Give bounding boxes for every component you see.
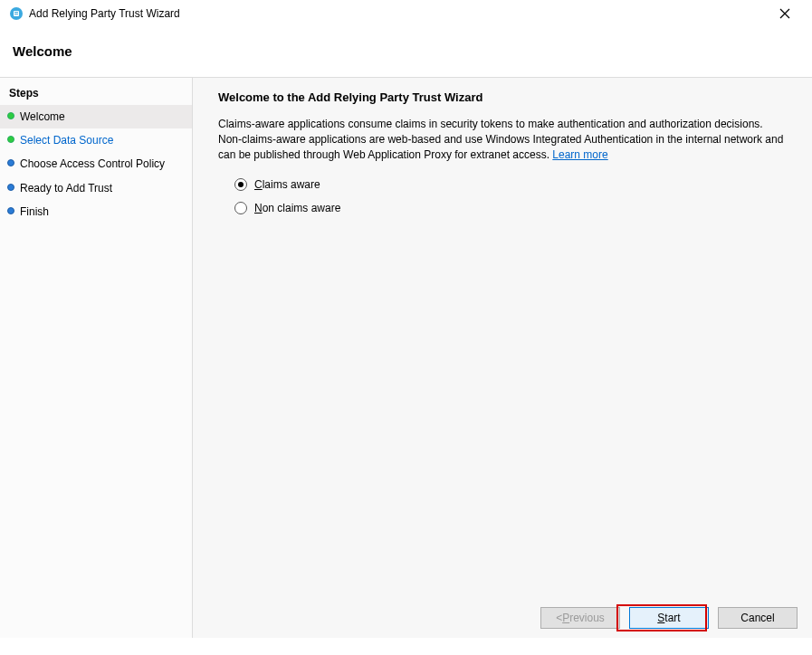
learn-more-link[interactable]: Learn more [552, 148, 607, 161]
claims-radio-group: Claims aware Non claims aware [218, 178, 787, 214]
bullet-icon [7, 159, 14, 166]
main-panel: Welcome to the Add Relying Party Trust W… [193, 78, 812, 638]
step-label: Choose Access Control Policy [20, 157, 165, 171]
wizard-body: Steps Welcome Select Data Source Choose … [0, 77, 812, 638]
svg-rect-2 [14, 12, 18, 13]
page-header: Welcome [0, 27, 812, 77]
step-label: Select Data Source [20, 133, 113, 147]
step-choose-access-control-policy[interactable]: Choose Access Control Policy [0, 152, 192, 176]
step-finish[interactable]: Finish [0, 200, 192, 223]
steps-sidebar: Steps Welcome Select Data Source Choose … [0, 78, 193, 638]
page-title: Welcome [13, 43, 799, 59]
bullet-icon [7, 112, 14, 119]
bullet-icon [7, 184, 14, 191]
radio-icon [234, 202, 247, 214]
steps-label: Steps [0, 83, 192, 105]
radio-claims-aware[interactable]: Claims aware [234, 178, 787, 191]
titlebar: Add Relying Party Trust Wizard [0, 0, 812, 27]
step-label: Finish [20, 204, 49, 219]
step-label: Ready to Add Trust [20, 181, 112, 195]
step-welcome[interactable]: Welcome [0, 105, 192, 128]
bullet-icon [7, 136, 14, 143]
radio-non-claims-aware[interactable]: Non claims aware [234, 202, 787, 214]
step-label: Welcome [20, 109, 65, 124]
step-ready-to-add-trust[interactable]: Ready to Add Trust [0, 176, 192, 200]
button-bar: < Previous Start Cancel [193, 607, 812, 629]
main-description: Claims-aware applications consume claims… [218, 117, 787, 162]
wizard-icon [9, 6, 24, 21]
previous-button: < Previous [540, 607, 620, 629]
radio-icon [234, 178, 247, 191]
start-button[interactable]: Start [629, 607, 709, 629]
main-title: Welcome to the Add Relying Party Trust W… [218, 90, 787, 104]
radio-label: Non claims aware [254, 202, 340, 214]
close-button[interactable] [767, 3, 803, 24]
svg-rect-3 [14, 14, 18, 14]
bullet-icon [7, 207, 14, 214]
radio-label: Claims aware [254, 178, 320, 191]
step-select-data-source[interactable]: Select Data Source [0, 128, 192, 152]
window-title: Add Relying Party Trust Wizard [29, 7, 180, 20]
description-text: Claims-aware applications consume claims… [218, 118, 783, 161]
cancel-button[interactable]: Cancel [718, 607, 798, 629]
